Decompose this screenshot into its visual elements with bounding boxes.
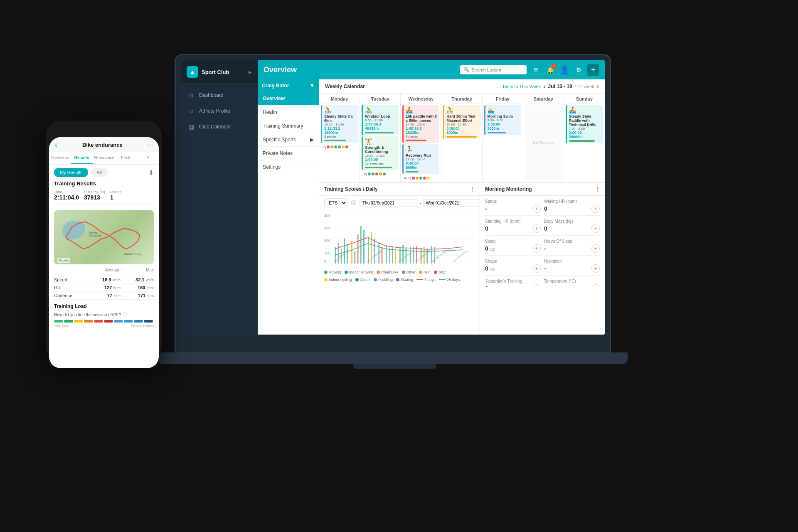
- date-from-input[interactable]: [360, 199, 418, 207]
- sidebar-item-label: Dashboard: [199, 92, 224, 98]
- day-wednesday: Wednesday 🚣 16k paddle with 8 x 500m pie…: [401, 94, 441, 182]
- rpe-dot-4[interactable]: [84, 320, 93, 323]
- rpe-dot-3[interactable]: [74, 320, 83, 323]
- session-time: 10:00 - 10:30: [446, 123, 478, 126]
- add-temperature-btn[interactable]: +: [591, 284, 600, 287]
- add-standing-hr-btn[interactable]: +: [532, 224, 541, 233]
- sidebar-logo[interactable]: ▲ Sport Club ▶: [181, 60, 258, 84]
- search-icon: 🔍: [463, 67, 470, 73]
- rpe-info-icon[interactable]: ⓘ: [123, 312, 127, 318]
- add-status-btn[interactable]: +: [532, 204, 541, 213]
- stats-avg: 16.9 km/h: [87, 277, 121, 282]
- add-hydration-btn[interactable]: +: [591, 264, 600, 273]
- rpe-dot-9[interactable]: [134, 320, 143, 323]
- search-input[interactable]: [471, 67, 523, 72]
- svg-rect-17: [374, 239, 375, 264]
- session-time: 18:00 - 18:40: [406, 158, 437, 161]
- download-icon[interactable]: ⬇: [148, 169, 154, 177]
- tab-overview[interactable]: Overview: [49, 152, 71, 164]
- session-card[interactable]: 🚴 Windsor Loop 9:00 - 11:00 1:43:48.3 48…: [362, 105, 399, 135]
- menu-item-overview[interactable]: Overview: [258, 92, 319, 106]
- rpe-dot-6[interactable]: [104, 320, 113, 323]
- menu-item-training-summary[interactable]: Training Summary: [258, 119, 319, 133]
- sidebar-item-athlete-profile[interactable]: ☺ Athlete Profile: [181, 103, 258, 119]
- metrics-row: Time 2:11:04.0 Distance (M) 37813 Pieces…: [54, 190, 154, 204]
- monitoring-shape: Shape 0 /10 +: [485, 259, 541, 276]
- monitoring-grid: Status - + Waking HR (bpm): [480, 196, 605, 287]
- phone-page-title: Bike endurance: [57, 142, 148, 148]
- add-sleep-btn[interactable]: +: [532, 244, 541, 253]
- settings-button[interactable]: ⚙: [573, 64, 584, 75]
- rpe-dot-7[interactable]: [114, 320, 123, 323]
- panel-menu-icon[interactable]: ⋮: [595, 186, 600, 192]
- svg-rect-19: [382, 247, 383, 264]
- session-card[interactable]: 🚣 16k paddle with 8 x 500m pieces 14:00 …: [402, 105, 439, 143]
- sidebar-item-club-calendar[interactable]: ▦ Club Calendar: [181, 119, 258, 135]
- metric-pieces: Pieces 1: [110, 190, 121, 201]
- all-btn[interactable]: All: [91, 168, 107, 177]
- my-results-btn[interactable]: My Results: [54, 168, 88, 177]
- panel-menu-icon[interactable]: ⋮: [470, 186, 475, 192]
- week-nav: Back to This Week ‹ Jul 13 - 19 / 27 wee…: [503, 83, 599, 90]
- add-hours-sleep-btn[interactable]: +: [591, 244, 600, 253]
- metric-label: Time: [54, 190, 79, 194]
- phone-screen: ‹ Bike endurance ··· Overview Results At…: [49, 137, 159, 368]
- add-yesterday-btn[interactable]: +: [532, 284, 541, 287]
- add-body-mass-btn[interactable]: +: [591, 224, 600, 233]
- sidebar-item-label: Club Calendar: [199, 124, 231, 130]
- back-to-this-week-btn[interactable]: Back to This Week: [503, 84, 541, 89]
- session-metric: 0:40:00: [406, 161, 437, 165]
- next-week-btn[interactable]: ›: [597, 83, 599, 90]
- menu-item-health[interactable]: Health: [258, 106, 319, 119]
- add-shape-btn[interactable]: +: [532, 264, 541, 273]
- menu-item-private-notes[interactable]: Private Notes: [258, 147, 319, 160]
- tab-attendance[interactable]: Attendance: [93, 152, 116, 164]
- main-content: Weekly Calendar Back to This Week ‹ Jul …: [319, 79, 605, 335]
- tab-p[interactable]: P: [137, 152, 159, 164]
- session-card[interactable]: 🏃 Recovery Run 18:00 - 18:40 0:40:00 800…: [402, 144, 439, 174]
- add-waking-hr-btn[interactable]: +: [591, 204, 600, 213]
- session-time: 14:00 - 16:00: [406, 123, 437, 126]
- info-icon[interactable]: ⓘ: [351, 199, 356, 207]
- rpe-dot-8[interactable]: [124, 320, 133, 323]
- app-logo-icon: ▲: [187, 66, 198, 78]
- session-pieces: 3 pieces: [324, 135, 356, 138]
- session-card[interactable]: 🚣 Steady State Paddle with Technical Dri…: [566, 105, 603, 143]
- session-card[interactable]: 🚴 Hard 30min Test Maximal Effort 10:00 -…: [443, 105, 480, 139]
- chart-legend: Rowing Indoor Rowing Road Bike: [319, 268, 480, 283]
- metric-select[interactable]: ETS TSS: [324, 198, 347, 207]
- weekly-calendar-label: Weekly Calendar: [325, 84, 365, 89]
- session-card[interactable]: 🏋 Strength & Conditioning 16:30 - 17:30 …: [362, 136, 399, 170]
- rpe-question: How did you find the session / RPE? ⓘ: [54, 312, 154, 318]
- sidebar-item-dashboard[interactable]: ⊙ Dashboard: [181, 87, 258, 103]
- legend-dot: [377, 271, 380, 274]
- week-label: Jul 13 - 19: [548, 84, 572, 89]
- menu-item-specific-sports[interactable]: Specific Sports ▶: [258, 133, 319, 147]
- session-card[interactable]: 🏊 Morning Swim 8:00 - 9:00 1:00:00 3000m: [484, 105, 521, 135]
- add-button[interactable]: +: [587, 64, 599, 76]
- session-card[interactable]: 🚴 Steady State 3 x 6km 10:00 - 11:30 1:1…: [321, 105, 358, 143]
- notifications-button[interactable]: 🔔 1: [545, 64, 556, 75]
- rpe-dot-1[interactable]: [54, 320, 63, 323]
- phone-map: Paulito NorhaMoratuet Sanderberg: [54, 210, 154, 264]
- rpe-dot-5[interactable]: [94, 320, 103, 323]
- tab-posts[interactable]: Posts: [115, 152, 137, 164]
- day-header-monday: Monday: [321, 96, 358, 103]
- session-distance: 18000m: [324, 131, 356, 135]
- mail-button[interactable]: ✉: [531, 64, 542, 75]
- legend-dot: [355, 278, 359, 281]
- phone-more-btn[interactable]: ···: [148, 141, 153, 149]
- rpe-dot-10[interactable]: [144, 320, 153, 323]
- date-to-input[interactable]: [423, 199, 480, 207]
- legend-line: [416, 279, 423, 280]
- menu-item-settings[interactable]: Settings: [258, 160, 319, 174]
- search-box[interactable]: 🔍: [460, 65, 527, 74]
- stats-header-row: Average Max: [54, 268, 154, 274]
- rpe-dot-2[interactable]: [64, 320, 73, 323]
- tab-results[interactable]: Results: [71, 152, 92, 164]
- avatar-button[interactable]: 👤: [559, 64, 570, 75]
- prev-week-btn[interactable]: ‹: [543, 83, 545, 90]
- athlete-name: Craig Bator: [262, 83, 289, 89]
- week-num: / 27 week: [575, 84, 594, 89]
- athlete-selector[interactable]: Craig Bator ▼: [258, 79, 319, 92]
